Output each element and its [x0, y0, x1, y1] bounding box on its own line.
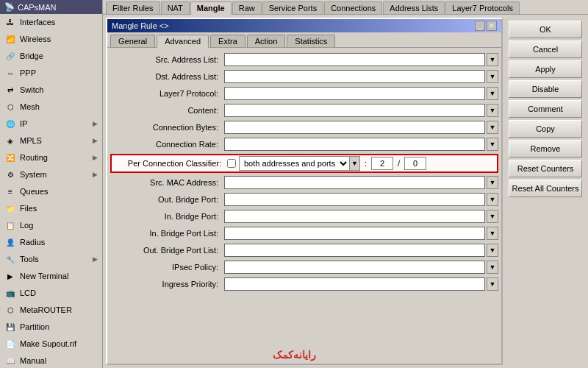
src-address-list-dropdown-btn[interactable]: ▼	[487, 53, 498, 66]
in-bridge-port-list-input[interactable]	[224, 227, 485, 240]
out-bridge-port-list-input[interactable]	[224, 244, 485, 257]
inner-tab-action[interactable]: Action	[247, 35, 286, 47]
form-control-content: ▼	[224, 104, 498, 117]
apply-button[interactable]: Apply	[509, 60, 582, 78]
src-mac-address-dropdown-btn[interactable]: ▼	[487, 176, 498, 189]
form-row-connection-rate: Connection Rate: ▼	[110, 137, 498, 152]
form-row-layer7-protocol: Layer7 Protocol: ▼	[110, 86, 498, 101]
sidebar-label-metarouter: MetaROUTER	[20, 305, 72, 314]
pcc-select[interactable]: both addresses and ports src address and…	[240, 157, 349, 170]
src-address-list-input[interactable]	[224, 53, 485, 66]
sidebar-label-interfaces: Interfaces	[20, 18, 55, 26]
sidebar-item-interfaces[interactable]: 🖧 Interfaces	[0, 14, 102, 31]
ok-button[interactable]: OK	[509, 21, 582, 38]
inner-tab-advanced[interactable]: Advanced	[157, 35, 209, 48]
out-bridge-port-input[interactable]	[224, 193, 485, 206]
inner-tab-statistics[interactable]: Statistics	[287, 35, 335, 47]
out-bridge-port-dropdown-btn[interactable]: ▼	[487, 193, 498, 206]
form-control-dst-address-list: ▼	[224, 70, 498, 83]
inner-tab-general[interactable]: General	[110, 35, 155, 47]
reset-counters-button[interactable]: Reset Counters	[509, 160, 582, 177]
pcc-checkbox[interactable]	[227, 159, 236, 168]
sidebar-item-make-supout[interactable]: 📄 Make Supout.rif	[0, 336, 102, 353]
form-control-ingress-priority: ▼	[224, 277, 498, 291]
sidebar-item-bridge[interactable]: 🔗 Bridge	[0, 48, 102, 65]
top-tab-raw[interactable]: Raw	[232, 1, 262, 14]
layer7-protocol-dropdown-btn[interactable]: ▼	[487, 87, 498, 100]
form-label-content: Content:	[110, 106, 224, 115]
form-row-out-bridge-port: Out. Bridge Port: ▼	[110, 192, 498, 207]
ipsec-policy-input[interactable]	[224, 261, 485, 274]
sidebar-label-partition: Partition	[20, 322, 49, 331]
sidebar-item-radius[interactable]: 👤 Radius	[0, 234, 102, 251]
reset-all-counters-button[interactable]: Reset All Counters	[509, 180, 582, 197]
manual-icon: 📖	[4, 355, 16, 367]
top-tab-nat[interactable]: NAT	[161, 1, 190, 14]
top-tab-layer7-protocols[interactable]: Layer7 Protocols	[445, 1, 520, 14]
form-label-src-address-list: Src. Address List:	[110, 55, 224, 64]
form-label-dst-address-list: Dst. Address List:	[110, 72, 224, 81]
connection-bytes-input[interactable]	[224, 121, 485, 134]
sidebar-item-ppp[interactable]: ↔ PPP	[0, 65, 102, 82]
sidebar-item-manual[interactable]: 📖 Manual	[0, 353, 102, 368]
dst-address-list-input[interactable]	[224, 70, 485, 83]
content-dropdown-btn[interactable]: ▼	[487, 104, 498, 117]
sidebar-label-system: System	[20, 170, 47, 179]
remove-button[interactable]: Remove	[509, 140, 582, 158]
out-bridge-port-list-dropdown-btn[interactable]: ▼	[487, 244, 498, 257]
comment-button[interactable]: Comment	[509, 100, 582, 118]
dialog-close-button[interactable]: ✕	[487, 21, 497, 31]
connection-rate-dropdown-btn[interactable]: ▼	[487, 138, 498, 151]
sidebar-arrow-ip: ▶	[93, 120, 98, 127]
partition-icon: 💾	[4, 321, 16, 333]
inner-tab-extra[interactable]: Extra	[210, 35, 245, 47]
disable-button[interactable]: Disable	[509, 80, 582, 98]
pcc-dropdown-btn[interactable]: ▼	[349, 157, 359, 170]
sidebar-item-wireless[interactable]: 📶 Wireless	[0, 31, 102, 48]
connection-bytes-dropdown-btn[interactable]: ▼	[487, 121, 498, 134]
sidebar-item-files[interactable]: 📁 Files	[0, 200, 102, 217]
pcc-numerator-input[interactable]	[371, 157, 393, 170]
sidebar-item-mesh[interactable]: ⬡ Mesh	[0, 99, 102, 116]
sidebar-item-switch[interactable]: ⇄ Switch	[0, 82, 102, 99]
form-row-dst-address-list: Dst. Address List: ▼	[110, 69, 498, 84]
pcc-select-wrap: both addresses and ports src address and…	[239, 156, 360, 171]
in-bridge-port-input[interactable]	[224, 210, 485, 223]
cancel-button[interactable]: Cancel	[509, 40, 582, 58]
copy-button[interactable]: Copy	[509, 120, 582, 138]
in-bridge-port-dropdown-btn[interactable]: ▼	[487, 210, 498, 223]
dst-address-list-dropdown-btn[interactable]: ▼	[487, 70, 498, 83]
sidebar-item-ip[interactable]: 🌐 IP ▶	[0, 116, 102, 132]
sidebar-item-queues[interactable]: ≡ Queues	[0, 183, 102, 200]
top-tab-connections[interactable]: Connections	[324, 1, 382, 14]
sidebar-item-log[interactable]: 📋 Log	[0, 217, 102, 234]
ppp-icon: ↔	[4, 67, 16, 79]
ingress-priority-dropdown-btn[interactable]: ▼	[487, 277, 498, 291]
sidebar-label-routing: Routing	[20, 153, 48, 162]
right-buttons-panel: OKCancelApplyDisableCommentCopyRemoveRes…	[506, 18, 585, 365]
top-tab-service-ports[interactable]: Service Ports	[262, 1, 323, 14]
content-input[interactable]	[224, 104, 485, 117]
layer7-protocol-input[interactable]	[224, 87, 485, 100]
form-control-out-bridge-port: ▼	[224, 193, 498, 206]
capsman-icon: 📡	[4, 2, 15, 12]
in-bridge-port-list-dropdown-btn[interactable]: ▼	[487, 227, 498, 240]
ipsec-policy-dropdown-btn[interactable]: ▼	[487, 261, 498, 274]
top-tab-filter-rules[interactable]: Filter Rules	[106, 1, 160, 14]
sidebar-item-new-terminal[interactable]: ▶ New Terminal	[0, 268, 102, 285]
sidebar-item-metarouter[interactable]: ⬡ MetaROUTER	[0, 302, 102, 319]
src-mac-address-input[interactable]	[224, 176, 485, 189]
sidebar-item-partition[interactable]: 💾 Partition	[0, 319, 102, 336]
connection-rate-input[interactable]	[224, 138, 485, 151]
sidebar-item-system[interactable]: ⚙ System ▶	[0, 166, 102, 183]
sidebar-item-routing[interactable]: 🔀 Routing ▶	[0, 149, 102, 166]
top-tab-mangle[interactable]: Mangle	[190, 1, 232, 15]
sidebar-item-tools[interactable]: 🔧 Tools ▶	[0, 251, 102, 268]
dialog-minimize-button[interactable]: _	[475, 21, 485, 31]
system-icon: ⚙	[4, 169, 16, 180]
top-tab-address-lists[interactable]: Address Lists	[383, 1, 445, 14]
pcc-denominator-input[interactable]	[404, 157, 426, 170]
sidebar-item-mpls[interactable]: ◈ MPLS ▶	[0, 132, 102, 149]
sidebar-item-lcd[interactable]: 📺 LCD	[0, 285, 102, 302]
ingress-priority-input[interactable]	[224, 277, 485, 291]
